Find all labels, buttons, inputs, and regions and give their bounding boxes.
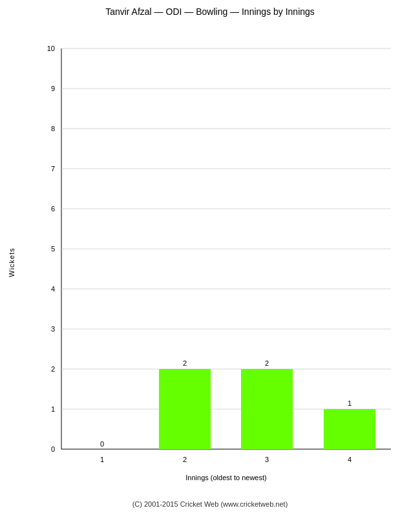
svg-text:5: 5 <box>51 245 55 253</box>
svg-text:1: 1 <box>51 405 55 413</box>
svg-text:0: 0 <box>51 445 55 453</box>
svg-text:0: 0 <box>100 440 104 448</box>
x-axis-label: Innings (oldest to newest) <box>185 474 266 481</box>
svg-text:4: 4 <box>51 285 55 293</box>
svg-text:1: 1 <box>100 456 104 463</box>
chart-title: Tanvir Afzal — ODI — Bowling — Innings b… <box>105 6 315 17</box>
y-axis-label: Wickets <box>8 248 16 277</box>
svg-text:8: 8 <box>51 125 55 132</box>
svg-text:2: 2 <box>183 456 187 463</box>
svg-text:6: 6 <box>51 205 55 213</box>
svg-text:2: 2 <box>265 359 269 367</box>
svg-text:1: 1 <box>348 399 352 407</box>
svg-text:9: 9 <box>51 85 55 92</box>
footer-text: (C) 2001-2015 Cricket Web (www.cricketwe… <box>132 500 288 508</box>
chart-container: Tanvir Afzal — ODI — Bowling — Innings b… <box>0 0 420 517</box>
svg-text:3: 3 <box>51 325 55 333</box>
chart-svg: 0 1 2 3 4 5 6 7 8 9 10 0 2 <box>29 36 410 488</box>
svg-text:3: 3 <box>265 456 269 463</box>
svg-text:10: 10 <box>47 45 55 52</box>
svg-text:7: 7 <box>51 165 55 173</box>
svg-rect-25 <box>159 369 211 449</box>
svg-text:2: 2 <box>51 365 55 373</box>
svg-text:2: 2 <box>183 359 187 367</box>
svg-rect-27 <box>241 369 293 449</box>
svg-rect-29 <box>324 409 375 449</box>
svg-text:4: 4 <box>348 456 352 463</box>
